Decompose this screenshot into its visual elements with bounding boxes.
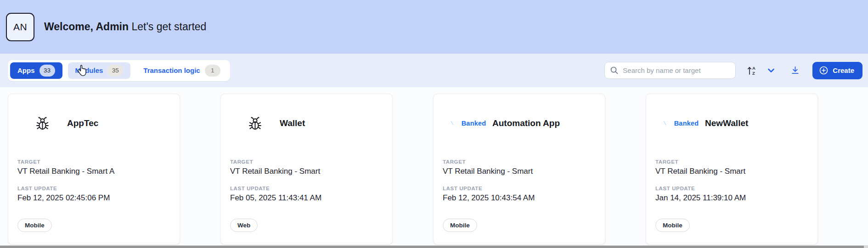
last-update-field: LAST UPDATE Feb 05, 2025 11:43:41 AM: [230, 186, 383, 203]
welcome-bold: Welcome, Admin: [44, 21, 129, 33]
banked-logo-text: Banked: [674, 120, 699, 127]
bug-icon: [248, 116, 262, 131]
target-label: TARGET: [655, 159, 808, 165]
target-label: TARGET: [443, 159, 596, 165]
banked-logo-text: Banked: [462, 120, 486, 127]
card-header: Banked AppTec: [17, 114, 170, 132]
main-content: Banked AppTec TARGET VT Retail Banking -…: [0, 87, 868, 248]
platform-badge: Mobile: [17, 219, 52, 232]
platform-badge: Web: [230, 219, 258, 232]
target-field: TARGET VT Retail Banking - Smart: [443, 159, 596, 176]
tab-group: Apps 33 Modules 35 Transaction logic 1: [8, 60, 230, 81]
app-card-title: Wallet: [280, 118, 305, 128]
target-value: VT Retail Banking - Smart A: [17, 167, 170, 176]
tab-modules[interactable]: Modules 35: [68, 62, 131, 79]
tab-apps-label: Apps: [17, 66, 35, 74]
search-icon: [610, 66, 619, 75]
target-field: TARGET VT Retail Banking - Smart: [655, 159, 808, 176]
toolbar-actions: A Z Create: [604, 62, 862, 79]
svg-text:A: A: [752, 66, 755, 71]
target-value: VT Retail Banking - Smart: [443, 167, 596, 176]
avatar[interactable]: AN: [6, 13, 34, 41]
app-card[interactable]: Banked Automation App TARGET VT Retail B…: [433, 94, 605, 245]
tab-modules-count: 35: [107, 65, 123, 77]
banked-v-icon: [449, 119, 459, 127]
last-update-field: LAST UPDATE Feb 12, 2025 10:43:54 AM: [443, 186, 596, 203]
target-field: TARGET VT Retail Banking - Smart: [230, 159, 383, 176]
last-update-label: LAST UPDATE: [230, 186, 383, 191]
toolbar: Apps 33 Modules 35 Transaction logic 1: [0, 54, 868, 87]
app-card[interactable]: Banked NewWallet TARGET VT Retail Bankin…: [646, 94, 818, 245]
welcome-title: Welcome, Admin Let's get started: [44, 21, 206, 33]
tab-transaction-logic[interactable]: Transaction logic 1: [136, 62, 227, 79]
tab-transaction-logic-count: 1: [205, 65, 220, 77]
create-button-label: Create: [833, 66, 854, 74]
bug-icon: [35, 116, 50, 131]
banked-v-icon: [662, 119, 671, 127]
app-card-title: NewWallet: [705, 118, 748, 128]
tab-apps[interactable]: Apps 33: [10, 62, 62, 79]
last-update-label: LAST UPDATE: [655, 186, 808, 191]
svg-text:Z: Z: [752, 71, 755, 76]
last-update-value: Feb 12, 2025 02:45:06 PM: [17, 193, 170, 203]
last-update-value: Feb 12, 2025 10:43:54 AM: [443, 193, 596, 203]
card-grid: Banked AppTec TARGET VT Retail Banking -…: [0, 87, 868, 245]
app-icon-box: Banked: [17, 116, 67, 131]
last-update-value: Jan 14, 2025 11:39:10 AM: [655, 193, 808, 203]
banked-logo: Banked: [662, 119, 699, 127]
tab-transaction-logic-label: Transaction logic: [143, 66, 200, 74]
chevron-down-icon[interactable]: [764, 64, 778, 77]
welcome-rest: Let's get started: [129, 21, 206, 33]
app-icon-box: Banked: [230, 116, 280, 131]
target-label: TARGET: [230, 159, 383, 165]
target-field: TARGET VT Retail Banking - Smart A: [17, 159, 170, 176]
page-header: AN Welcome, Admin Let's get started: [0, 0, 868, 54]
target-label: TARGET: [17, 159, 170, 165]
search-box[interactable]: [604, 62, 736, 79]
card-header: Banked Automation App: [443, 114, 596, 132]
download-icon[interactable]: [788, 63, 802, 77]
sort-group: A Z: [744, 63, 778, 78]
last-update-field: LAST UPDATE Jan 14, 2025 11:39:10 AM: [655, 186, 808, 203]
app-icon-box: Banked: [443, 119, 492, 127]
card-header: Banked Wallet: [230, 114, 383, 132]
last-update-value: Feb 05, 2025 11:43:41 AM: [230, 193, 383, 203]
platform-badge: Mobile: [443, 219, 477, 232]
platform-badge: Mobile: [655, 219, 690, 232]
target-value: VT Retail Banking - Smart: [230, 167, 383, 176]
app-card-title: Automation App: [492, 118, 560, 128]
search-input[interactable]: [623, 66, 730, 74]
tab-apps-count: 33: [39, 65, 55, 77]
horizontal-scrollbar[interactable]: [0, 245, 868, 248]
last-update-label: LAST UPDATE: [17, 186, 170, 191]
app-card[interactable]: Banked AppTec TARGET VT Retail Banking -…: [8, 94, 180, 245]
tab-modules-label: Modules: [75, 66, 103, 74]
app-card[interactable]: Banked Wallet TARGET VT Retail Banking -…: [220, 94, 393, 245]
scrollbar-thumb[interactable]: [0, 246, 864, 248]
app-icon-box: Banked: [655, 119, 705, 127]
target-value: VT Retail Banking - Smart: [655, 167, 808, 176]
app-card-title: AppTec: [67, 118, 98, 128]
plus-circle-icon: [819, 66, 829, 75]
last-update-label: LAST UPDATE: [443, 186, 596, 191]
last-update-field: LAST UPDATE Feb 12, 2025 02:45:06 PM: [17, 186, 170, 203]
sort-az-icon[interactable]: A Z: [744, 63, 760, 78]
banked-logo: Banked: [449, 119, 486, 127]
create-button[interactable]: Create: [812, 62, 862, 79]
card-header: Banked NewWallet: [655, 114, 808, 132]
